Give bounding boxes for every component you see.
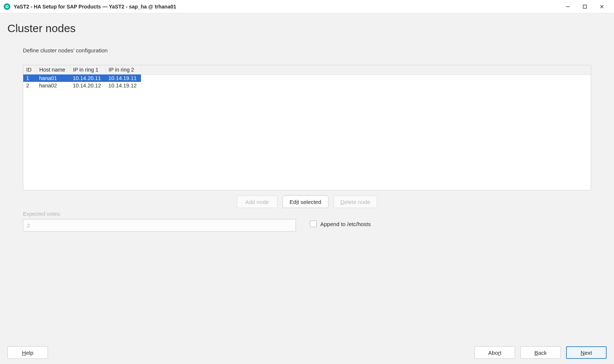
- cell-id: 2: [23, 82, 36, 89]
- cell-host: hana02: [36, 82, 70, 89]
- yast-icon: [4, 3, 10, 10]
- cell-ring2: 10.14.19.11: [106, 74, 141, 82]
- cell-ring2: 10.14.19.12: [106, 82, 141, 89]
- col-ring1[interactable]: IP in ring 1: [70, 65, 106, 74]
- svg-rect-3: [583, 5, 587, 8]
- maximize-button[interactable]: [576, 1, 593, 12]
- titlebar: YaST2 - HA Setup for SAP Products — YaST…: [0, 0, 614, 13]
- expected-votes-input: [23, 219, 296, 232]
- close-button[interactable]: [593, 1, 610, 12]
- next-button[interactable]: Next: [566, 346, 607, 359]
- table-row[interactable]: 2hana0210.14.20.1210.14.19.12: [23, 82, 141, 89]
- col-id[interactable]: ID: [23, 65, 36, 74]
- cell-id: 1: [23, 74, 36, 82]
- abort-button[interactable]: Abort: [475, 346, 515, 359]
- table-header-row: ID Host name IP in ring 1 IP in ring 2: [23, 65, 141, 74]
- svg-point-1: [6, 6, 8, 7]
- window-title: YaST2 - HA Setup for SAP Products — YaST…: [14, 4, 176, 10]
- help-button[interactable]: Help: [7, 346, 48, 359]
- cell-ring1: 10.14.20.12: [70, 82, 106, 89]
- append-hosts-label: Append to /etc/hosts: [320, 221, 371, 227]
- table-row[interactable]: 1hana0110.14.20.1110.14.19.11: [23, 74, 141, 82]
- page-title: Cluster nodes: [7, 22, 76, 35]
- expected-votes-label: Expected votes:: [23, 211, 61, 217]
- nodes-table[interactable]: ID Host name IP in ring 1 IP in ring 2 1…: [23, 65, 591, 190]
- col-host[interactable]: Host name: [36, 65, 70, 74]
- append-hosts-checkbox[interactable]: [310, 221, 317, 227]
- edit-selected-button[interactable]: Edit selected: [283, 195, 328, 208]
- add-node-button: Add node: [237, 195, 277, 208]
- col-ring2[interactable]: IP in ring 2: [106, 65, 141, 74]
- delete-node-button: Delete node: [334, 195, 377, 208]
- table-action-row: Add node Edit selected Delete node: [23, 195, 591, 208]
- minimize-button[interactable]: [559, 1, 576, 12]
- cell-host: hana01: [36, 74, 70, 82]
- back-button[interactable]: Back: [520, 346, 561, 359]
- page-subtitle: Define cluster nodes' configuration: [23, 47, 108, 53]
- cell-ring1: 10.14.20.11: [70, 74, 106, 82]
